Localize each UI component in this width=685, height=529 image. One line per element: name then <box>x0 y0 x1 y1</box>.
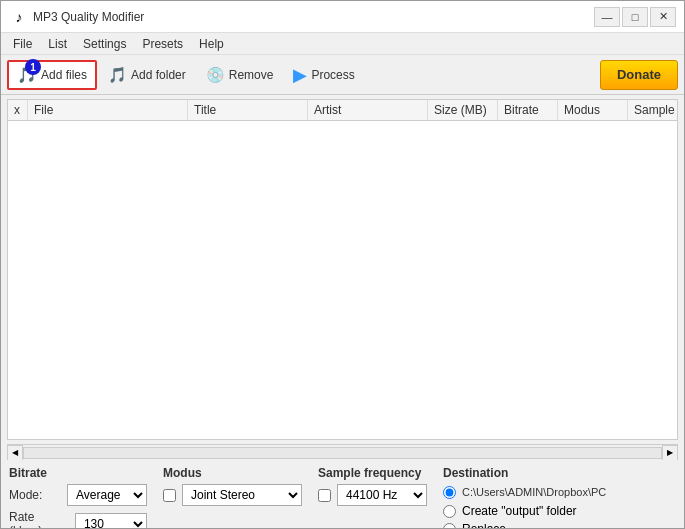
mode-select[interactable]: Constant Average Variable <box>67 484 147 506</box>
replace-label: Replace <box>462 522 506 529</box>
modus-sample-row: Modus Joint Stereo Stereo Mono Dual Chan… <box>163 466 427 506</box>
col-bitrate: Bitrate <box>498 100 558 120</box>
bitrate-mode-row: Mode: Constant Average Variable <box>9 484 147 506</box>
destination-panel: Destination C:\Users\ADMIN\Dropbox\PC ..… <box>443 466 685 529</box>
table-body <box>8 121 677 361</box>
remove-label: Remove <box>229 68 274 82</box>
dest-path-row: C:\Users\ADMIN\Dropbox\PC ... <box>443 484 685 500</box>
maximize-button[interactable]: □ <box>622 7 648 27</box>
menu-help[interactable]: Help <box>191 35 232 53</box>
sample-freq-control-row: 44100 Hz 22050 Hz 32000 Hz 48000 Hz <box>318 484 427 506</box>
sample-freq-select[interactable]: 44100 Hz 22050 Hz 32000 Hz 48000 Hz <box>337 484 427 506</box>
col-artist: Artist <box>308 100 428 120</box>
modus-title: Modus <box>163 466 302 480</box>
add-files-label: Add files <box>41 68 87 82</box>
dest-path-value: C:\Users\ADMIN\Dropbox\PC <box>462 486 685 498</box>
add-folder-icon: 🎵 <box>108 66 127 84</box>
col-x: x <box>8 100 28 120</box>
dest-title: Destination <box>443 466 685 480</box>
bitrate-title: Bitrate <box>9 466 147 480</box>
col-title: Title <box>188 100 308 120</box>
add-files-icon-wrap: 🎵 1 <box>17 65 37 84</box>
bitrate-panel: Bitrate Mode: Constant Average Variable … <box>9 466 147 529</box>
process-label: Process <box>311 68 354 82</box>
col-size: Size (MB) <box>428 100 498 120</box>
modus-control-row: Joint Stereo Stereo Mono Dual Channel <box>163 484 302 506</box>
menu-list[interactable]: List <box>40 35 75 53</box>
sample-freq-checkbox[interactable] <box>318 489 331 502</box>
scroll-track[interactable] <box>23 447 662 459</box>
sample-freq-title: Sample frequency <box>318 466 427 480</box>
minimize-button[interactable]: — <box>594 7 620 27</box>
mode-label: Mode: <box>9 488 59 502</box>
menu-file[interactable]: File <box>5 35 40 53</box>
modus-section: Modus Joint Stereo Stereo Mono Dual Chan… <box>163 466 302 506</box>
file-table[interactable]: x File Title Artist Size (MB) Bitrate Mo… <box>7 99 678 440</box>
table-header: x File Title Artist Size (MB) Bitrate Mo… <box>8 100 677 121</box>
menu-settings[interactable]: Settings <box>75 35 134 53</box>
dest-path-radio[interactable] <box>443 486 456 499</box>
col-sample: Sample fr... <box>628 100 678 120</box>
add-folder-button[interactable]: 🎵 Add folder <box>99 60 195 90</box>
horizontal-scrollbar[interactable]: ◀ ▶ <box>7 444 678 460</box>
close-button[interactable]: ✕ <box>650 7 676 27</box>
col-file: File <box>28 100 188 120</box>
rate-select[interactable]: 64 96 128 130 160 192 256 320 <box>75 513 147 529</box>
main-content: x File Title Artist Size (MB) Bitrate Mo… <box>1 95 684 529</box>
toolbar: 🎵 1 Add files 🎵 Add folder 💿 Remove ▶ Pr… <box>1 55 684 95</box>
app-title: MP3 Quality Modifier <box>33 10 594 24</box>
bitrate-rate-row: Rate (kbps): 64 96 128 130 160 192 256 3… <box>9 510 147 529</box>
dest-output-radio[interactable] <box>443 505 456 518</box>
remove-icon: 💿 <box>206 66 225 84</box>
modus-sample-panel: Modus Joint Stereo Stereo Mono Dual Chan… <box>163 466 427 529</box>
title-bar: ♪ MP3 Quality Modifier — □ ✕ <box>1 1 684 33</box>
menu-presets[interactable]: Presets <box>134 35 191 53</box>
sample-freq-section: Sample frequency 44100 Hz 22050 Hz 32000… <box>318 466 427 506</box>
output-folder-label: Create "output" folder <box>462 504 577 518</box>
modus-select[interactable]: Joint Stereo Stereo Mono Dual Channel <box>182 484 302 506</box>
scroll-left-btn[interactable]: ◀ <box>7 445 23 461</box>
modus-checkbox[interactable] <box>163 489 176 502</box>
play-icon: ▶ <box>293 64 307 86</box>
menu-bar: File List Settings Presets Help <box>1 33 684 55</box>
donate-button[interactable]: Donate <box>600 60 678 90</box>
bottom-area: Bitrate Mode: Constant Average Variable … <box>1 460 684 529</box>
window-controls: — □ ✕ <box>594 7 676 27</box>
col-modus: Modus <box>558 100 628 120</box>
bottom-row: Bitrate Mode: Constant Average Variable … <box>9 466 676 529</box>
dest-replace-row: Replace <box>443 522 685 529</box>
rate-label: Rate (kbps): <box>9 510 67 529</box>
process-button[interactable]: ▶ Process <box>284 60 363 90</box>
scroll-right-btn[interactable]: ▶ <box>662 445 678 461</box>
dest-replace-radio[interactable] <box>443 523 456 530</box>
dest-output-row: Create "output" folder <box>443 504 685 518</box>
badge-count: 1 <box>25 59 41 75</box>
add-folder-label: Add folder <box>131 68 186 82</box>
remove-button[interactable]: 💿 Remove <box>197 60 283 90</box>
add-files-button[interactable]: 🎵 1 Add files <box>7 60 97 90</box>
app-icon: ♪ <box>9 7 29 27</box>
